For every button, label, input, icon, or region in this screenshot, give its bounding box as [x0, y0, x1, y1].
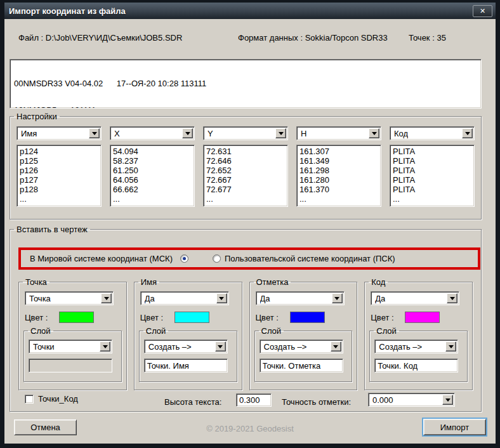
point-group-title: Точка	[23, 277, 49, 287]
y-field-select[interactable]: Y	[203, 126, 288, 140]
x-field-select[interactable]: X	[110, 126, 195, 140]
dropdown-button[interactable]	[275, 128, 286, 138]
list-item[interactable]: ...	[111, 194, 194, 204]
combo-value: Да	[260, 294, 270, 303]
dropdown-button[interactable]	[215, 341, 226, 352]
list-item[interactable]: PLITA	[391, 175, 473, 185]
list-item[interactable]: 161.298	[298, 166, 380, 175]
wcs-radio[interactable]	[180, 254, 188, 263]
list-item[interactable]: 54.094	[111, 147, 194, 156]
list-item[interactable]: PLITA	[391, 166, 473, 175]
dropdown-button[interactable]	[182, 128, 193, 138]
list-item[interactable]: p128	[18, 185, 100, 194]
point-type-select[interactable]: Точка	[25, 291, 114, 305]
y-values-list[interactable]: 72.631 72.646 72.652 72.667 72.677 ...	[203, 145, 288, 207]
layer-group-title: Слой	[374, 326, 399, 336]
name-enabled-select[interactable]: Да	[140, 291, 229, 305]
list-item[interactable]: 161.370	[298, 185, 380, 194]
name-color-swatch[interactable]	[174, 312, 209, 323]
file-preview[interactable]: 00NMSDR33 V04-04.02 17--ОЯ-20 10:28 1131…	[10, 59, 482, 109]
dropdown-button[interactable]	[89, 128, 100, 138]
list-item[interactable]: 72.631	[204, 147, 287, 156]
list-item[interactable]: 161.280	[298, 175, 380, 185]
h-field-select[interactable]: H	[296, 126, 381, 140]
chevron-down-icon	[334, 297, 339, 303]
list-item[interactable]: ...	[18, 194, 100, 204]
code-enabled-select[interactable]: Да	[371, 291, 459, 305]
precision-select[interactable]: 0.000	[368, 393, 455, 407]
dropdown-button[interactable]	[462, 128, 473, 138]
ucs-radio-label: Пользовательской системе координат (ПСК)	[225, 254, 395, 263]
list-item[interactable]: 72.677	[204, 185, 287, 194]
point-color-swatch[interactable]	[59, 312, 94, 323]
name-layer-select[interactable]: Создать –>	[144, 339, 228, 353]
name-layer-name-input[interactable]	[144, 359, 228, 372]
list-item[interactable]: ...	[298, 194, 380, 204]
elevation-layer-name-input[interactable]	[260, 359, 343, 372]
code-field-select[interactable]: Код	[390, 126, 475, 140]
code-color-swatch[interactable]	[405, 312, 440, 323]
list-item[interactable]: p127	[18, 175, 100, 185]
dropdown-button[interactable]	[100, 341, 110, 352]
insert-options-row: Точка Точка Цвет : Слой Точки	[18, 277, 473, 390]
list-item[interactable]: 161.307	[298, 147, 380, 156]
list-item[interactable]: 66.662	[111, 185, 194, 194]
list-item[interactable]: 72.667	[204, 175, 287, 185]
list-item[interactable]: ...	[391, 194, 473, 204]
points-code-row: Точки_Код	[25, 394, 78, 404]
list-item[interactable]: p125	[18, 156, 100, 166]
import-button[interactable]: Импорт	[423, 419, 486, 435]
combo-value: X	[114, 129, 120, 138]
layer-group-title: Слой	[259, 326, 284, 336]
text-height-input[interactable]	[236, 393, 272, 407]
dropdown-button[interactable]	[442, 395, 453, 405]
close-button[interactable]: ✕	[473, 5, 492, 17]
chevron-down-icon	[218, 345, 223, 351]
list-item[interactable]: ...	[204, 194, 287, 204]
list-item[interactable]: 58.237	[111, 156, 194, 166]
combo-value: 0.000	[372, 395, 393, 405]
column-x: X 54.094 58.237 61.250 64.056 66.662 ...	[110, 126, 195, 207]
list-item[interactable]: 72.646	[204, 156, 287, 166]
code-values-list[interactable]: PLITA PLITA PLITA PLITA PLITA ...	[390, 145, 475, 207]
list-item[interactable]: 64.056	[111, 175, 194, 185]
list-item[interactable]: 72.652	[204, 166, 287, 175]
list-item[interactable]: 161.349	[298, 156, 380, 166]
list-item[interactable]: p126	[18, 166, 100, 175]
elevation-enabled-select[interactable]: Да	[256, 291, 345, 305]
list-item[interactable]: PLITA	[391, 147, 473, 156]
list-item[interactable]: 61.250	[111, 166, 194, 175]
elevation-layer-select[interactable]: Создать –>	[260, 339, 343, 353]
combo-value: Создать –>	[148, 342, 192, 352]
coordinate-system-highlight: В Мировой системе координат (МСК) Пользо…	[18, 247, 480, 270]
x-values-list[interactable]: 54.094 58.237 61.250 64.056 66.662 ...	[110, 145, 195, 207]
dropdown-button[interactable]	[216, 293, 227, 303]
chevron-down-icon	[333, 345, 338, 351]
h-values-list[interactable]: 161.307 161.349 161.298 161.280 161.370 …	[296, 145, 381, 207]
name-values-list[interactable]: p124 p125 p126 p127 p128 ...	[16, 145, 102, 207]
point-layer-select[interactable]: Точки	[29, 339, 112, 353]
preview-line: 10NMJOB5 121111	[14, 106, 477, 109]
code-layer-name-input[interactable]	[374, 359, 458, 372]
dropdown-button[interactable]	[101, 293, 112, 303]
list-item[interactable]: PLITA	[391, 156, 473, 166]
titlebar[interactable]: Импорт координат из файла ✕	[4, 3, 496, 19]
dropdown-button[interactable]	[447, 293, 457, 303]
layer-group-title: Слой	[143, 326, 169, 336]
points-code-checkbox-label: Точки_Код	[38, 394, 78, 404]
points-code-checkbox[interactable]	[25, 395, 34, 404]
code-layer-select[interactable]: Создать –>	[374, 339, 458, 353]
dropdown-button[interactable]	[369, 128, 379, 138]
dropdown-button[interactable]	[332, 293, 343, 303]
ucs-radio[interactable]	[213, 254, 221, 263]
elevation-color-row: Цвет :	[256, 312, 357, 323]
list-item[interactable]: p124	[18, 147, 100, 156]
combo-value: Имя	[21, 129, 37, 138]
insert-group-title: Вставить в чертеж	[14, 225, 90, 234]
combo-value: Код	[394, 129, 408, 138]
list-item[interactable]: PLITA	[391, 185, 473, 194]
dropdown-button[interactable]	[445, 341, 456, 352]
elevation-color-swatch[interactable]	[290, 312, 325, 323]
dropdown-button[interactable]	[331, 341, 341, 352]
name-field-select[interactable]: Имя	[16, 126, 102, 140]
